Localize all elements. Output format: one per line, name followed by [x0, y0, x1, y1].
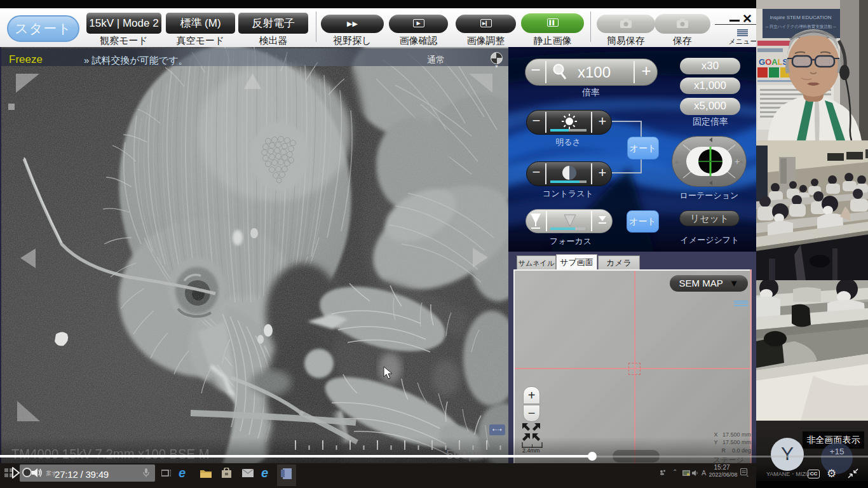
svg-text:GOALS: GOALS — [759, 57, 789, 67]
svg-text:+: + — [735, 156, 740, 166]
svg-text:─ 日立ハイテクの理科教育支援活動 ─: ─ 日立ハイテクの理科教育支援活動 ─ — [764, 24, 836, 29]
svg-text:Inspire STEM EDUCATION: Inspire STEM EDUCATION — [770, 15, 831, 20]
